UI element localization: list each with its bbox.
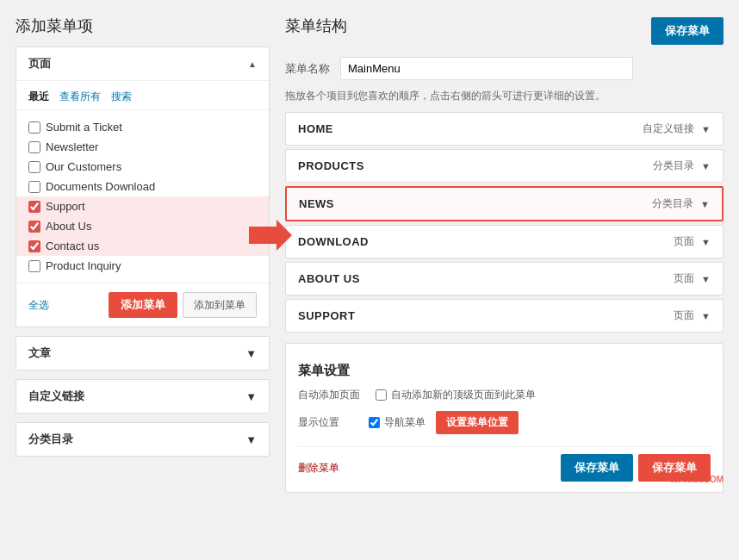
menu-items-list: HOME 自定义链接 ▼ PRODUCTS 分类目录 ▼ NEWS 分类目录 ▼ <box>285 112 723 333</box>
menu-item-type: 页面 ▼ <box>674 308 711 323</box>
menu-name-row: 菜单名称 <box>285 57 723 80</box>
menu-item-type-label: 分类目录 <box>652 196 693 211</box>
menu-item-chevron-icon[interactable]: ▼ <box>701 274 711 284</box>
item-checkbox-product-inquiry[interactable] <box>28 260 40 272</box>
item-label: Contact us <box>46 240 99 252</box>
right-panel: 菜单结构 保存菜单 菜单名称 拖放各个项目到您喜欢的顺序，点击右侧的箭头可进行更… <box>285 16 723 493</box>
menu-name-label: 菜单名称 <box>285 61 330 77</box>
list-item-support: Support <box>16 196 269 216</box>
custom-links-arrow-icon: ▼ <box>245 390 257 403</box>
categories-accordion: 分类目录 ▼ <box>16 422 270 457</box>
nav-checkbox-label[interactable]: 导航菜单 <box>369 415 425 430</box>
list-item-about-us: About Us <box>16 216 269 236</box>
item-checkbox-support[interactable] <box>28 201 40 213</box>
menu-item-chevron-icon[interactable]: ▼ <box>701 311 711 321</box>
categories-accordion-header[interactable]: 分类目录 ▼ <box>16 423 269 456</box>
list-item: Submit a Ticket <box>28 117 257 137</box>
red-arrow-indicator <box>249 220 292 253</box>
menu-item-type-label: 分类目录 <box>653 159 694 173</box>
auto-add-checkbox-text: 自动添加新的顶级页面到此菜单 <box>391 388 536 402</box>
watermark: WPXXX.COM <box>670 475 723 484</box>
item-checkbox-about-us[interactable] <box>28 221 40 233</box>
menu-item-download[interactable]: DOWNLOAD 页面 ▼ <box>285 225 723 258</box>
auto-add-label: 自动添加页面 <box>298 388 367 402</box>
tab-view-all[interactable]: 查看所有 <box>59 90 101 104</box>
item-checkbox-contact-us[interactable] <box>28 240 40 252</box>
list-item-product-inquiry: Product Inquiry <box>28 256 257 276</box>
save-menu-bottom-button[interactable]: 保存菜单 <box>561 454 633 482</box>
pages-footer: 全选 添加菜单 添加到菜单 <box>16 283 269 327</box>
menu-item-type: 自定义链接 ▼ <box>643 121 711 136</box>
menu-item-type-label: 页面 <box>674 308 694 323</box>
item-label: Documents Download <box>46 180 155 193</box>
item-checkbox-our-customers[interactable] <box>28 161 40 173</box>
auto-add-checkbox[interactable] <box>376 389 387 401</box>
custom-links-accordion-header[interactable]: 自定义链接 ▼ <box>16 380 269 413</box>
menu-item-name: HOME <box>298 122 333 135</box>
custom-links-label: 自定义链接 <box>28 389 84 404</box>
articles-arrow-icon: ▼ <box>245 347 257 360</box>
articles-accordion-header[interactable]: 文章 ▼ <box>16 337 269 370</box>
menu-item-support[interactable]: SUPPORT 页面 ▼ <box>285 299 723 333</box>
delete-menu-link[interactable]: 删除菜单 <box>298 461 339 476</box>
menu-item-chevron-icon[interactable]: ▼ <box>701 237 711 247</box>
menu-item-type: 分类目录 ▼ <box>652 196 710 211</box>
add-menu-button[interactable]: 添加菜单 <box>109 292 177 318</box>
articles-label: 文章 <box>28 345 51 361</box>
pages-accordion-header[interactable]: 页面 ▲ <box>16 47 269 81</box>
menu-item-type-label: 自定义链接 <box>643 121 694 136</box>
item-label: Newsletter <box>46 140 98 153</box>
item-label: About Us <box>46 220 91 233</box>
list-item: Documents Download <box>28 177 257 196</box>
menu-structure-title: 菜单结构 <box>285 16 347 36</box>
nav-menu-checkbox[interactable] <box>369 417 380 428</box>
custom-links-accordion: 自定义链接 ▼ <box>16 379 270 414</box>
footer-buttons: 添加菜单 添加到菜单 <box>109 292 257 318</box>
menu-item-chevron-icon[interactable]: ▼ <box>701 161 711 171</box>
pages-tabs: 最近 查看所有 搜索 <box>16 81 269 110</box>
list-item: Newsletter <box>28 137 257 157</box>
menu-settings-box: 菜单设置 自动添加页面 自动添加新的顶级页面到此菜单 显示位置 导航菜单 设置菜… <box>285 343 723 493</box>
menu-item-name: DOWNLOAD <box>298 235 369 248</box>
item-checkbox-submit-ticket[interactable] <box>28 121 40 134</box>
select-all-link[interactable]: 全选 <box>28 298 49 313</box>
pages-arrow-icon: ▲ <box>248 59 257 69</box>
menu-item-name: SUPPORT <box>298 309 355 322</box>
set-location-button[interactable]: 设置菜单位置 <box>436 411 519 434</box>
menu-item-type-label: 页面 <box>674 234 694 249</box>
menu-settings-title: 菜单设置 <box>298 354 711 379</box>
menu-item-type: 页面 ▼ <box>674 271 711 286</box>
left-panel: 添加菜单项 页面 ▲ 最近 查看所有 搜索 Submit a Ticket Ne… <box>16 16 270 493</box>
add-to-menu-button[interactable]: 添加到菜单 <box>183 292 257 318</box>
tab-recent[interactable]: 最近 <box>28 90 49 104</box>
item-label: Submit a Ticket <box>46 121 122 134</box>
menu-item-type: 页面 ▼ <box>674 234 711 249</box>
menu-item-chevron-icon[interactable]: ▼ <box>700 199 710 209</box>
menu-item-about-us[interactable]: ABOUT US 页面 ▼ <box>285 262 723 296</box>
menu-name-input[interactable] <box>340 57 633 80</box>
auto-add-row: 自动添加页面 自动添加新的顶级页面到此菜单 <box>298 388 711 402</box>
menu-item-chevron-icon[interactable]: ▼ <box>701 124 711 134</box>
item-checkbox-documents-download[interactable] <box>28 181 40 193</box>
auto-add-checkbox-label[interactable]: 自动添加新的顶级页面到此菜单 <box>376 388 536 402</box>
tab-search[interactable]: 搜索 <box>111 90 132 104</box>
list-item-contact-us: Contact us <box>16 236 269 256</box>
item-checkbox-newsletter[interactable] <box>28 141 40 153</box>
item-label: Support <box>46 200 85 213</box>
pages-accordion: 页面 ▲ 最近 查看所有 搜索 Submit a Ticket Newslett… <box>16 47 270 327</box>
display-location-row: 显示位置 导航菜单 设置菜单位置 <box>298 411 711 434</box>
add-menu-items-title: 添加菜单项 <box>16 16 270 36</box>
save-menu-top-button[interactable]: 保存菜单 <box>651 17 723 45</box>
menu-item-home[interactable]: HOME 自定义链接 ▼ <box>285 112 723 146</box>
menu-item-news[interactable]: NEWS 分类目录 ▼ <box>285 186 723 221</box>
categories-label: 分类目录 <box>28 432 73 447</box>
menu-item-products[interactable]: PRODUCTS 分类目录 ▼ <box>285 149 723 183</box>
articles-accordion: 文章 ▼ <box>16 336 270 370</box>
bottom-row: 删除菜单 保存菜单 保存菜单 <box>298 446 711 482</box>
nav-menu-text: 导航菜单 <box>384 415 425 430</box>
hint-text: 拖放各个项目到您喜欢的顺序，点击右侧的箭头可进行更详细的设置。 <box>285 89 723 103</box>
item-label: Product Inquiry <box>46 259 121 272</box>
svg-marker-0 <box>249 220 292 251</box>
menu-item-type: 分类目录 ▼ <box>653 159 711 173</box>
menu-item-type-label: 页面 <box>674 271 694 286</box>
